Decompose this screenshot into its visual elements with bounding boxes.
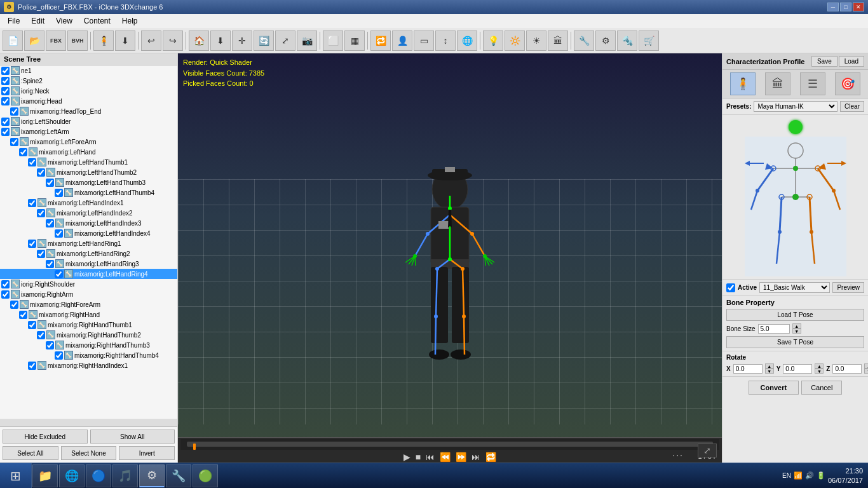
save-t-pose-button[interactable]: Save T Pose <box>726 336 864 348</box>
bone-size-up[interactable]: ▲ <box>792 323 801 329</box>
tree-item[interactable]: 🦴:Spine2 <box>0 76 177 86</box>
active-checkbox[interactable] <box>726 283 735 292</box>
horizontal-scrollbar[interactable] <box>0 419 177 426</box>
minimize-button[interactable]: ─ <box>827 3 839 11</box>
maximize-button[interactable]: □ <box>840 3 851 11</box>
clear-button[interactable]: Clear <box>840 101 864 112</box>
camera-button[interactable]: 📷 <box>297 30 317 51</box>
tree-item-checkbox[interactable] <box>1 290 10 299</box>
skip-forward-button[interactable]: ⏭ <box>471 452 480 462</box>
import-button[interactable]: ⬇ <box>115 30 135 51</box>
tree-item[interactable]: 🦴mixamorig:LeftHandRing3 <box>0 259 177 269</box>
tree-item[interactable]: 🦴mixamorig:RightHandThumb1 <box>0 320 177 330</box>
loop-button[interactable]: 🔁 <box>485 452 496 462</box>
tree-item[interactable]: 🦴mixamorig:LeftHandThumb3 <box>0 177 177 187</box>
bone-size-spinner[interactable]: ▲ ▼ <box>792 323 801 334</box>
tree-item[interactable]: 🦴mixamorig:LeftHandThumb2 <box>0 167 177 177</box>
new-button[interactable]: 📄 <box>3 30 23 51</box>
tree-item[interactable]: 🦴mixamorig:RightForeArm <box>0 299 177 309</box>
taskbar-chrome[interactable]: 🔵 <box>86 464 111 487</box>
tree-item[interactable]: 🦴mixamorig:LeftHandRing4 <box>0 269 177 279</box>
tree-item-checkbox[interactable] <box>10 107 18 116</box>
show-all-button[interactable]: Show All <box>90 430 175 444</box>
rotate-z-input[interactable] <box>832 364 862 374</box>
stop-button[interactable]: ■ <box>416 452 421 462</box>
tree-item[interactable]: 🦴mixamorig:RightHandThumb4 <box>0 350 177 360</box>
tree-item[interactable]: 🦴mixamorig:LeftHandRing2 <box>0 248 177 259</box>
tree-item-checkbox[interactable] <box>55 229 63 238</box>
tree-item-checkbox[interactable] <box>55 189 63 197</box>
tree-item-checkbox[interactable] <box>1 97 10 105</box>
timeline-thumb[interactable] <box>193 444 196 450</box>
scene-tree-content[interactable]: 🦴ne1🦴:Spine2🦴iorig:Neck🦴ixamorig:Head🦴mi… <box>0 65 177 419</box>
taskbar-app3[interactable]: 🟢 <box>193 464 218 487</box>
tree-item-checkbox[interactable] <box>55 270 63 278</box>
timeline-bar[interactable] <box>180 439 719 450</box>
rect-button[interactable]: ▭ <box>414 30 434 51</box>
titlebar-controls[interactable]: ─ □ ✕ <box>827 3 864 11</box>
redo-button[interactable]: ↪ <box>163 30 183 51</box>
rotate-y-spinner[interactable]: ▲ ▼ <box>815 363 824 374</box>
taskbar-explorer[interactable]: 📁 <box>32 464 58 487</box>
grid-button[interactable]: ▦ <box>344 30 365 51</box>
tree-item[interactable]: 🦴mixamorig:LeftHandIndex3 <box>0 218 177 228</box>
start-button[interactable]: ⊞ <box>0 463 32 489</box>
tree-item-checkbox[interactable] <box>28 362 36 370</box>
cancel-button[interactable]: Cancel <box>801 381 842 395</box>
wrench-button[interactable]: 🔧 <box>574 30 594 51</box>
tree-item-checkbox[interactable] <box>1 118 10 126</box>
settings-button[interactable]: 🔩 <box>617 30 637 51</box>
tree-item[interactable]: 🦴mixamorig:LeftHandThumb1 <box>0 157 177 167</box>
taskbar-iclone[interactable]: ⚙ <box>139 464 165 487</box>
tree-item[interactable]: 🦴iorig:Neck <box>0 86 177 96</box>
prop-icon-button[interactable]: 🏛 <box>765 72 790 95</box>
tree-item-checkbox[interactable] <box>28 199 36 207</box>
tree-item[interactable]: 🦴mixamorig:LeftHandIndex2 <box>0 208 177 218</box>
bvh-button[interactable]: BVH <box>67 30 88 51</box>
load-profile-button[interactable]: Load <box>839 56 864 67</box>
open-button[interactable]: 📂 <box>24 30 44 51</box>
tree-item-checkbox[interactable] <box>37 168 45 177</box>
hide-excluded-button[interactable]: Hide Excluded <box>3 430 88 444</box>
rotate-y-up[interactable]: ▲ <box>815 363 824 369</box>
scale-button[interactable]: ⤢ <box>275 30 295 51</box>
menu-view[interactable]: View <box>51 15 78 27</box>
tree-item-checkbox[interactable] <box>19 148 27 156</box>
rotate-tool[interactable]: 🔄 <box>254 30 274 51</box>
tree-item-checkbox[interactable] <box>46 179 54 187</box>
tree-item[interactable]: 🦴iorig:RightShoulder <box>0 279 177 289</box>
motion-select[interactable]: 11_Basic Walk <box>759 282 830 293</box>
tree-item[interactable]: 🦴ixamorig:Head <box>0 96 177 106</box>
load-t-pose-button[interactable]: Load T Pose <box>726 309 864 321</box>
viewport[interactable]: Render: Quick Shader Visible Faces Count… <box>178 53 722 463</box>
taskbar-ie[interactable]: 🌐 <box>59 464 85 487</box>
globe-button[interactable]: 🌐 <box>457 30 477 51</box>
bone-size-down[interactable]: ▼ <box>792 329 801 334</box>
tree-item[interactable]: 🦴mixamorig:LeftHandRing1 <box>0 238 177 248</box>
building-button[interactable]: 🏛 <box>548 30 568 51</box>
tree-item-checkbox[interactable] <box>10 301 18 309</box>
tree-item[interactable]: 🦴mixamorig:RightHandThumb3 <box>0 340 177 350</box>
tree-item-checkbox[interactable] <box>1 77 10 85</box>
sun-button[interactable]: ☀ <box>526 30 546 51</box>
rotate-x-down[interactable]: ▼ <box>765 369 774 374</box>
taskbar-media[interactable]: 🎵 <box>112 464 138 487</box>
rotate-x-spinner[interactable]: ▲ ▼ <box>765 363 774 374</box>
tree-item-checkbox[interactable] <box>1 128 10 136</box>
tree-item-checkbox[interactable] <box>37 331 45 339</box>
tree-item[interactable]: 🦴ixamorig:LeftArm <box>0 126 177 137</box>
preview-button[interactable]: Preview <box>832 282 864 293</box>
actor-button[interactable]: 🧍 <box>93 30 114 51</box>
select-all-button[interactable]: Select All <box>3 446 58 460</box>
rotate-y-input[interactable] <box>783 364 812 374</box>
tree-item[interactable]: 🦴mixamorig:LeftForeArm <box>0 137 177 147</box>
convert-button[interactable]: Convert <box>749 381 799 395</box>
menu-file[interactable]: File <box>3 15 25 27</box>
tree-item[interactable]: 🦴mixamorig:RightHand <box>0 309 177 320</box>
list-icon-button[interactable]: ☰ <box>800 72 825 95</box>
tree-item[interactable]: 🦴iorig:LeftShoulder <box>0 116 177 126</box>
tree-item-checkbox[interactable] <box>1 87 10 95</box>
move-button[interactable]: ✛ <box>232 30 252 51</box>
target-icon-button[interactable]: 🎯 <box>835 72 860 95</box>
tree-item[interactable]: 🦴mixamorig:LeftHandThumb4 <box>0 187 177 198</box>
